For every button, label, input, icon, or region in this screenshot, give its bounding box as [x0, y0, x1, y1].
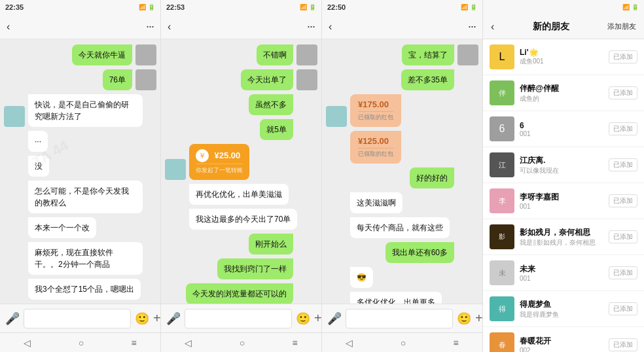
status-bar-1: 22:35 📶 🔋	[0, 0, 160, 14]
back-button-1[interactable]: ‹	[7, 21, 10, 33]
add-friend-button[interactable]: 添加朋友	[607, 22, 636, 31]
bubble-text: 我找到窍门了一样	[217, 258, 293, 279]
msg-row: 这美滋滋啊	[326, 192, 478, 213]
avatar	[296, 69, 317, 90]
friend-item: L Li'🌟 成鱼001 已添加	[483, 39, 644, 75]
nav-menu[interactable]: ≡	[454, 338, 459, 348]
msg-row: 再优化优化，出单美滋滋	[165, 184, 317, 205]
chat-input[interactable]	[24, 309, 131, 328]
avatar	[457, 44, 478, 65]
friend-item: 影 影如残月，奈何相思 我是∥影如残月，奈何相思 已添加	[483, 219, 644, 255]
bubble-text: 今天就你牛逼	[72, 44, 132, 65]
signal-icon: 📶	[461, 4, 468, 10]
nav-bar-3: ◁ ○ ≡	[322, 332, 482, 352]
chat-panel-2: 22:53 📶 🔋 ‹ ··· 不错啊 今天出单了 虽然不多 就5单	[161, 0, 322, 352]
chat-body-3: 宝，结算了 差不多35单 ¥175.00 已领取的红包 ¥125.00 已领取的…	[322, 39, 482, 304]
pay-desc: 你发起了一笔转账	[196, 164, 243, 175]
right-header: ‹ 新的朋友 添加朋友	[483, 14, 644, 39]
bubble-text: 不错啊	[257, 44, 293, 65]
friend-info: Li'🌟 成鱼001	[520, 48, 603, 66]
emoji-button[interactable]: 🙂	[296, 311, 310, 326]
friend-sub: 我是得鹿梦鱼	[520, 310, 603, 319]
added-button: 已添加	[609, 122, 637, 135]
friend-info: 未来 001	[520, 264, 603, 282]
status-bar-3: 22:50 📶 🔋	[322, 0, 482, 14]
msg-row: 刚开始么	[165, 234, 317, 255]
friend-sub: 我是∥影如残月，奈何相思	[520, 238, 603, 247]
msg-row: 怎么可能，不是你今天发我的教程么	[4, 181, 156, 213]
time-1: 22:35	[5, 3, 24, 11]
friend-sub: 成鱼的	[520, 94, 603, 103]
battery-icon: 🔋	[632, 4, 639, 10]
more-button-3[interactable]: ···	[468, 20, 476, 33]
msg-row: 多优化优化，出单更多	[326, 292, 478, 304]
added-button: 已添加	[609, 194, 637, 207]
back-button-2[interactable]: ‹	[168, 21, 171, 33]
bubble-text: 本来一个一个改	[28, 217, 96, 238]
friend-avatar: 得	[490, 296, 514, 321]
status-icons-1: 📶 🔋	[139, 4, 155, 10]
more-button-2[interactable]: ···	[307, 20, 315, 33]
nav-home[interactable]: ○	[240, 338, 245, 348]
pay-label: 已领取的红包	[358, 111, 393, 122]
friend-avatar: 6	[490, 116, 514, 141]
msg-row: 今天发的浏览量都还可以的	[165, 283, 317, 304]
voice-button[interactable]: 🎤	[166, 311, 181, 326]
friend-item: 李 李呀李嘉图 001 已添加	[483, 183, 644, 219]
chat-body-1: TA 44 今天就你牛逼 76单 快说，是不是自己偷偷的研究嗯新方法了 ··· …	[0, 39, 160, 304]
msg-row: 差不多35单	[326, 69, 478, 90]
friend-item: 春 春暖花开 002 已添加	[483, 327, 644, 352]
friend-avatar: 伴	[490, 80, 514, 105]
chat-header-2: ‹ ···	[161, 14, 321, 39]
chat-input[interactable]	[346, 309, 453, 328]
nav-home[interactable]: ○	[401, 338, 406, 348]
pay-amount: ¥25.00	[214, 150, 240, 160]
msg-row: 😎	[326, 267, 478, 288]
nav-back[interactable]: ◁	[185, 338, 192, 348]
added-button: 已添加	[609, 86, 637, 99]
emoji-button[interactable]: 🙂	[457, 311, 471, 326]
nav-menu[interactable]: ≡	[293, 338, 298, 348]
add-button[interactable]: +	[475, 311, 483, 326]
nav-back[interactable]: ◁	[24, 338, 31, 348]
pay-amount: ¥125.00	[358, 136, 393, 146]
emoji-button[interactable]: 🙂	[135, 311, 149, 326]
added-button: 已添加	[609, 338, 637, 351]
added-button: 已添加	[609, 302, 637, 315]
add-button[interactable]: +	[153, 311, 161, 326]
bubble-text: 再优化优化，出单美滋滋	[189, 184, 289, 205]
friend-item: 江 江庆离. 可以像我现在 已添加	[483, 147, 644, 183]
friend-avatar: 李	[490, 188, 514, 213]
voice-button[interactable]: 🎤	[5, 311, 20, 326]
chat-input-bar-2: 🎤 🙂 +	[161, 304, 321, 332]
friend-sub: 001	[520, 203, 603, 210]
friend-name: Li'🌟	[520, 48, 603, 57]
msg-row: 我出单还有60多	[326, 242, 478, 263]
friend-sub: 可以像我现在	[520, 166, 603, 175]
signal-icon: 📶	[300, 4, 307, 10]
bubble-text: 这美滋滋啊	[350, 192, 402, 213]
bubble-text: 快说，是不是自己偷偷的研究嗯新方法了	[28, 94, 143, 127]
chat-panel-1: 22:35 📶 🔋 ‹ ··· TA 44 今天就你牛逼 76单 快说，是不是自…	[0, 0, 161, 352]
add-button[interactable]: +	[314, 311, 322, 326]
friend-item: 伴 伴醉@伴醒 成鱼的 已添加	[483, 75, 644, 111]
bubble-text: 我出单还有60多	[385, 242, 454, 263]
nav-home[interactable]: ○	[79, 338, 84, 348]
battery-icon: 🔋	[470, 4, 477, 10]
msg-row: 本来一个一个改	[4, 217, 156, 238]
chat-input-bar-3: 🎤 🙂 +	[322, 304, 482, 332]
right-back-button[interactable]: ‹	[491, 21, 494, 33]
friend-info: 影如残月，奈何相思 我是∥影如残月，奈何相思	[520, 227, 603, 247]
msg-row: 没	[4, 156, 156, 177]
voice-button[interactable]: 🎤	[327, 311, 342, 326]
added-button: 已添加	[609, 158, 637, 171]
nav-menu[interactable]: ≡	[132, 338, 137, 348]
back-button-3[interactable]: ‹	[329, 21, 332, 33]
msg-row: 我3个全怼了15个品，嗯嗯出	[4, 279, 156, 300]
chat-input[interactable]	[185, 309, 292, 328]
bubble-text: 差不多35单	[401, 69, 454, 90]
nav-back[interactable]: ◁	[346, 338, 353, 348]
msg-row: 我这边最多的今天出了70单	[165, 209, 317, 230]
added-button: 已添加	[609, 266, 637, 279]
more-button-1[interactable]: ···	[146, 20, 154, 33]
